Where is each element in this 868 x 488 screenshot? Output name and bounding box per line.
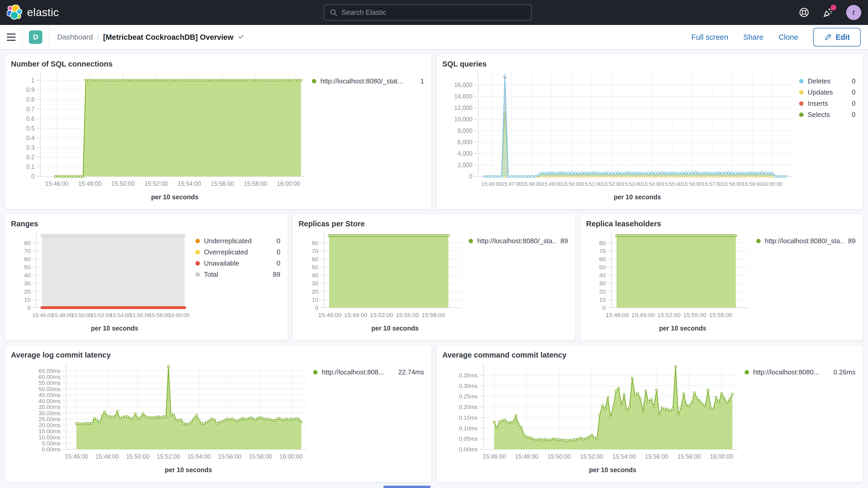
- legend-color-dot: [799, 101, 804, 106]
- svg-text:0.3: 0.3: [26, 144, 35, 151]
- notification-badge: [831, 5, 836, 10]
- legend-label: Overreplicated: [204, 248, 272, 256]
- svg-text:15:51:00: 15:51:00: [582, 181, 602, 187]
- brand-wordmark: elastic: [27, 6, 59, 19]
- breadcrumb-separator: /: [97, 33, 99, 41]
- chart-legend: http://localhost:8080/_stat...1: [309, 69, 426, 205]
- legend-item[interactable]: http://localhost:8080/_sta...89: [469, 236, 568, 247]
- user-avatar[interactable]: r: [846, 5, 861, 20]
- panel-sql-queries: SQL queries 15:46:0015:47:0015:48:0015:4…: [437, 55, 863, 209]
- legend-value: 1: [421, 77, 424, 85]
- clone-button[interactable]: Clone: [778, 33, 798, 41]
- panel-ranges: Ranges 15:46:0015:48:0015:50:0015:52:001…: [5, 214, 288, 340]
- svg-text:30.00ms: 30.00ms: [39, 410, 61, 417]
- svg-text:40: 40: [599, 272, 606, 279]
- legend-item[interactable]: http://localhost:8080...0.26ms: [745, 367, 856, 378]
- svg-text:15:56:00: 15:56:00: [129, 312, 151, 318]
- svg-text:15:52:00: 15:52:00: [157, 453, 180, 460]
- svg-text:15:56:00: 15:56:00: [211, 180, 234, 187]
- panel-avg-command-commit-latency: Average command commit latency 15:46:001…: [437, 345, 863, 482]
- legend-value: 89: [848, 237, 856, 245]
- panel-replicas-per-store: Replicas per Store 15:46:0015:49:0015:52…: [293, 214, 576, 340]
- svg-text:0.1: 0.1: [26, 163, 35, 170]
- sql-connections-chart[interactable]: 15:46:0015:48:0015:50:0015:52:0015:54:00…: [10, 69, 309, 191]
- newsfeed-button[interactable]: [822, 7, 834, 18]
- elastic-logo-icon: [7, 5, 22, 20]
- svg-text:15:56:00: 15:56:00: [218, 453, 241, 460]
- legend-item[interactable]: http://localhost:8080/_sta...89: [756, 236, 856, 247]
- svg-text:30: 30: [24, 280, 31, 286]
- svg-text:15:48:00: 15:48:00: [96, 453, 119, 460]
- svg-text:0.15ms: 0.15ms: [459, 415, 478, 421]
- edit-button[interactable]: Edit: [813, 28, 861, 47]
- legend-color-dot: [745, 370, 749, 374]
- legend-item[interactable]: Unavailable0: [195, 258, 280, 269]
- svg-text:16,000: 16,000: [454, 82, 472, 88]
- svg-text:15:55:00: 15:55:00: [683, 311, 706, 318]
- share-button[interactable]: Share: [743, 33, 763, 41]
- svg-text:70: 70: [24, 248, 31, 254]
- svg-text:55.00ms: 55.00ms: [39, 379, 61, 386]
- panel-title: SQL queries: [442, 60, 858, 68]
- avg-command-commit-latency-chart[interactable]: 15:46:0015:48:0015:50:0015:52:0015:54:00…: [442, 360, 742, 464]
- svg-text:35.00ms: 35.00ms: [39, 404, 61, 410]
- svg-text:1: 1: [31, 77, 35, 84]
- svg-text:50: 50: [312, 264, 318, 271]
- x-axis-title: per 10 seconds: [442, 191, 797, 205]
- legend-item[interactable]: Selects0: [799, 109, 856, 120]
- svg-text:15:57:00: 15:57:00: [702, 181, 722, 187]
- horizontal-scrollbar-thumb[interactable]: [383, 486, 431, 488]
- chart-legend: Deletes0Updates0Inserts0Selects0: [797, 69, 858, 205]
- full-screen-button[interactable]: Full screen: [691, 33, 728, 41]
- search-input[interactable]: [341, 8, 527, 17]
- svg-text:0.10ms: 0.10ms: [459, 425, 478, 432]
- x-axis-title: per 10 seconds: [10, 323, 193, 336]
- svg-text:20: 20: [599, 288, 606, 295]
- svg-text:15:58:00: 15:58:00: [722, 181, 742, 187]
- svg-text:15:52:00: 15:52:00: [370, 311, 393, 318]
- breadcrumb-dashboard[interactable]: Dashboard: [57, 33, 93, 41]
- elastic-logo[interactable]: elastic: [7, 5, 59, 20]
- legend-value: 0: [852, 88, 856, 96]
- svg-text:0.00ms: 0.00ms: [42, 446, 61, 453]
- menu-button[interactable]: [0, 25, 22, 49]
- legend-item[interactable]: http://localhost:8080/_stat...1: [312, 75, 424, 87]
- svg-text:15:46:00: 15:46:00: [318, 311, 341, 318]
- legend-color-dot: [195, 261, 200, 266]
- svg-text:15:50:00: 15:50:00: [126, 453, 149, 460]
- chart-legend: http://localhost:808...22.74ms: [311, 360, 426, 478]
- svg-text:15:52:00: 15:52:00: [657, 311, 681, 318]
- legend-item[interactable]: Updates0: [799, 87, 856, 98]
- legend-item[interactable]: Underreplicated0: [195, 236, 280, 247]
- svg-text:60.00ms: 60.00ms: [39, 374, 61, 380]
- legend-label: Inserts: [808, 99, 847, 108]
- sql-queries-chart[interactable]: 15:46:0015:47:0015:48:0015:49:0015:50:00…: [442, 69, 797, 191]
- legend-item[interactable]: Total89: [195, 269, 280, 280]
- svg-text:15:46:00: 15:46:00: [45, 180, 69, 187]
- replica-leaseholders-chart[interactable]: 15:46:0015:49:0015:52:0015:55:0015:58:00…: [586, 229, 754, 323]
- legend-color-dot: [799, 113, 804, 117]
- replicas-per-store-chart[interactable]: 15:46:0015:49:0015:52:0015:55:0015:58:00…: [298, 229, 466, 323]
- svg-text:8,000: 8,000: [457, 127, 472, 134]
- avg-log-commit-latency-chart[interactable]: 15:46:0015:48:0015:50:0015:52:0015:54:00…: [10, 360, 311, 464]
- svg-text:15:54:00: 15:54:00: [110, 312, 131, 318]
- space-selector[interactable]: D: [22, 25, 50, 49]
- legend-label: http://localhost:808...: [322, 368, 394, 376]
- help-button[interactable]: [798, 7, 810, 18]
- legend-item[interactable]: Deletes0: [799, 75, 856, 87]
- svg-text:10,000: 10,000: [454, 116, 472, 123]
- svg-text:0: 0: [603, 304, 606, 311]
- legend-item[interactable]: Inserts0: [799, 98, 856, 109]
- svg-text:0.00ms: 0.00ms: [459, 446, 478, 453]
- global-search[interactable]: [324, 4, 532, 21]
- svg-text:2,000: 2,000: [457, 162, 472, 169]
- svg-text:0: 0: [315, 304, 318, 311]
- legend-item[interactable]: http://localhost:808...22.74ms: [313, 367, 424, 378]
- svg-text:15:46:00: 15:46:00: [606, 311, 629, 318]
- legend-item[interactable]: Overreplicated0: [195, 247, 280, 258]
- svg-text:0.20ms: 0.20ms: [459, 404, 478, 410]
- legend-label: http://localhost:8080/_stat...: [320, 77, 416, 85]
- svg-text:5.00ms: 5.00ms: [42, 440, 61, 447]
- ranges-chart[interactable]: 15:46:0015:48:0015:50:0015:52:0015:54:00…: [10, 229, 193, 323]
- svg-text:15:49:00: 15:49:00: [344, 311, 367, 318]
